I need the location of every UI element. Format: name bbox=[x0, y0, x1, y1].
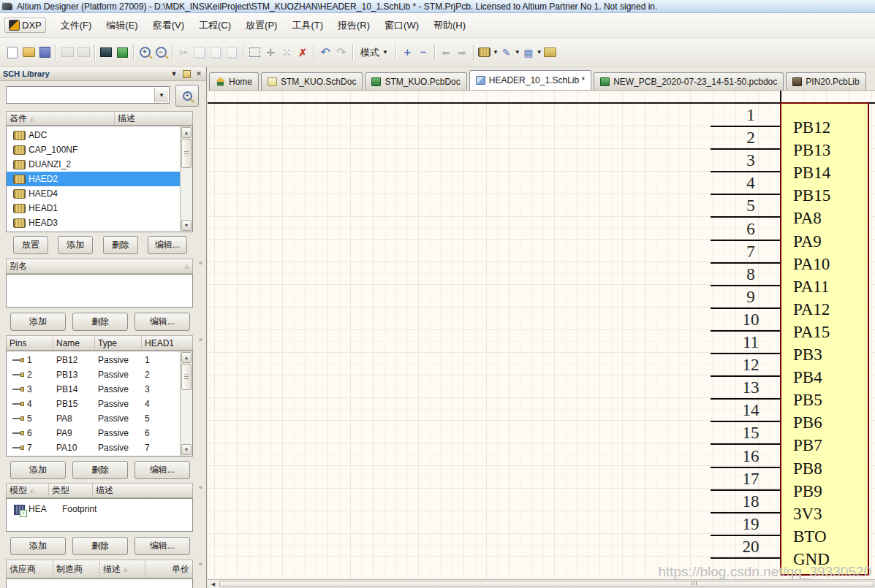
ic-tools-icon[interactable] bbox=[477, 45, 492, 60]
schematic-canvas[interactable]: 1PB122PB133PB144PB155PA86PA97PA108PA119P… bbox=[208, 90, 875, 579]
suppliers-header[interactable]: 供应商 制造商 描述 ◭ 单价 bbox=[6, 560, 193, 579]
suppliers-col-manufacturer[interactable]: 制造商 bbox=[53, 560, 100, 578]
undo-icon[interactable]: ↶ bbox=[318, 45, 333, 60]
components-col-desc[interactable]: 描述 bbox=[115, 112, 192, 125]
pin-line[interactable] bbox=[711, 398, 781, 400]
component-item[interactable]: HEAD1 bbox=[7, 201, 192, 215]
models-col-desc[interactable]: 描述 bbox=[93, 484, 192, 497]
menu-item[interactable]: 工程(C) bbox=[192, 17, 238, 34]
search-input[interactable] bbox=[8, 88, 157, 103]
grid-settings-icon[interactable]: ▦ bbox=[521, 45, 536, 60]
suppliers-col-desc[interactable]: 描述 ◭ bbox=[100, 560, 145, 578]
scrollbar-thumb[interactable] bbox=[181, 139, 192, 168]
component-item[interactable]: CAP_100NF bbox=[7, 142, 192, 157]
scroll-up-icon[interactable]: ▲ bbox=[181, 352, 192, 363]
chevron-down-icon[interactable]: ▼ bbox=[537, 49, 542, 56]
pin-row[interactable]: 2PB13Passive2 bbox=[7, 367, 192, 382]
models-collapse-icon[interactable]: « bbox=[196, 484, 205, 491]
tab-header_10_1.schlib-[interactable]: HEADER_10_1.SchLib * bbox=[469, 70, 591, 90]
edit-model-button[interactable]: 编辑... bbox=[135, 537, 190, 555]
pins-col-pins[interactable]: Pins bbox=[7, 336, 53, 350]
alias-col[interactable]: 别名 ◭ bbox=[7, 259, 192, 273]
models-header[interactable]: 模型 ◭ 类型 描述 bbox=[6, 483, 193, 498]
search-button[interactable]: + bbox=[175, 85, 199, 107]
pins-collapse-icon[interactable]: « bbox=[196, 336, 205, 343]
add-pin-button[interactable]: 添加 bbox=[10, 461, 66, 479]
library-folder-icon[interactable] bbox=[543, 45, 558, 60]
print-preview-icon[interactable] bbox=[76, 45, 91, 60]
print-icon[interactable] bbox=[60, 45, 75, 60]
pin-line[interactable] bbox=[711, 467, 781, 468]
pin-line[interactable] bbox=[711, 421, 781, 422]
add-alias-button[interactable]: 添加 bbox=[10, 313, 66, 331]
pin-line[interactable] bbox=[711, 262, 781, 264]
pin-line[interactable] bbox=[711, 240, 781, 241]
new-document-icon[interactable] bbox=[5, 45, 20, 60]
redo-icon[interactable]: ↷ bbox=[334, 45, 349, 60]
drawing-tools-icon[interactable]: ✎ bbox=[499, 45, 514, 60]
horizontal-scrollbar[interactable]: ◀ bbox=[208, 579, 875, 588]
tab-stm_kuo.pcbdoc[interactable]: STM_KUO.PcbDoc bbox=[365, 72, 466, 90]
delete-component-button[interactable]: 删除 bbox=[103, 236, 138, 254]
pins-col-owner[interactable]: HEAD1 bbox=[142, 336, 192, 350]
search-dropdown-icon[interactable]: ▼ bbox=[154, 88, 168, 102]
scroll-left-icon[interactable]: ◀ bbox=[208, 581, 218, 587]
edit-component-button[interactable]: 编辑... bbox=[148, 236, 187, 254]
panel-close-icon[interactable]: ✕ bbox=[194, 69, 204, 79]
pin-line[interactable] bbox=[711, 308, 781, 309]
add-component-button[interactable]: 添加 bbox=[58, 236, 93, 254]
menu-item[interactable]: 报告(R) bbox=[330, 17, 377, 34]
paste-icon[interactable] bbox=[208, 45, 223, 60]
mode-dropdown[interactable]: 模式 ▼ bbox=[356, 45, 393, 61]
edit-pin-button[interactable]: 编辑... bbox=[135, 461, 190, 479]
add-model-button[interactable]: 添加 bbox=[10, 537, 66, 555]
component-item[interactable]: HAED4 bbox=[7, 186, 192, 201]
scrollbar-thumb[interactable] bbox=[219, 581, 874, 587]
clear-filter-icon[interactable]: ✗ bbox=[295, 45, 310, 60]
pin-row[interactable]: 1PB12Passive1 bbox=[7, 353, 192, 367]
pin-row[interactable]: 3PB14Passive3 bbox=[7, 382, 192, 397]
alias-header[interactable]: 别名 ◭ bbox=[6, 259, 193, 274]
panel-header[interactable]: SCH Library ▼ ✕ bbox=[0, 67, 206, 81]
deselect-icon[interactable]: ⁙ bbox=[279, 45, 294, 60]
pin-line[interactable] bbox=[711, 512, 781, 513]
pin-line[interactable] bbox=[711, 557, 781, 559]
add-part-icon[interactable]: ＋ bbox=[400, 45, 414, 60]
component-item[interactable]: ADC bbox=[7, 128, 192, 142]
menu-item[interactable]: 文件(F) bbox=[53, 17, 99, 34]
component-item[interactable]: DUANZI_2 bbox=[7, 157, 192, 172]
scrollbar-thumb[interactable] bbox=[181, 364, 192, 390]
pin-line[interactable] bbox=[711, 489, 781, 491]
pin-row[interactable]: 5PA8Passive5 bbox=[7, 411, 192, 426]
menu-item[interactable]: 工具(T) bbox=[284, 17, 330, 34]
scroll-down-icon[interactable]: ▼ bbox=[181, 444, 192, 455]
pin-row[interactable]: 7PA10Passive7 bbox=[7, 440, 192, 455]
tab-stm_kuo.schdoc[interactable]: STM_KUO.SchDoc bbox=[261, 72, 363, 90]
model-row[interactable]: HEA Footprint bbox=[7, 501, 192, 517]
pins-col-name[interactable]: Name bbox=[53, 336, 95, 350]
pin-line[interactable] bbox=[711, 216, 781, 218]
remove-part-icon[interactable]: － bbox=[416, 45, 431, 60]
move-selection-icon[interactable]: ✛ bbox=[263, 45, 278, 60]
tab-home[interactable]: Home bbox=[209, 72, 259, 90]
suppliers-col-supplier[interactable]: 供应商 bbox=[7, 560, 53, 578]
pin-line[interactable] bbox=[711, 285, 781, 286]
edit-alias-button[interactable]: 编辑... bbox=[135, 313, 190, 331]
pin-line[interactable] bbox=[711, 194, 781, 195]
suppliers-col-price[interactable]: 单价 bbox=[145, 560, 192, 578]
delete-model-button[interactable]: 删除 bbox=[72, 537, 128, 555]
components-col-device[interactable]: 器件 ◭ bbox=[7, 112, 115, 125]
open-document-icon[interactable] bbox=[21, 45, 36, 60]
zoom-in-icon[interactable]: + bbox=[137, 45, 152, 60]
scroll-down-icon[interactable]: ▼ bbox=[181, 220, 192, 231]
pin-line[interactable] bbox=[711, 353, 781, 354]
open-pcb-release-view-icon[interactable] bbox=[115, 45, 129, 60]
alias-list[interactable] bbox=[6, 274, 193, 308]
select-area-icon[interactable] bbox=[247, 45, 262, 60]
menu-item[interactable]: 窗口(W) bbox=[377, 17, 426, 34]
menu-item[interactable]: 帮助(H) bbox=[426, 17, 473, 34]
search-combobox[interactable]: ▼ bbox=[6, 86, 170, 104]
copy-icon[interactable] bbox=[192, 45, 207, 60]
pins-header[interactable]: Pins Name Type HEAD1 bbox=[6, 335, 193, 351]
save-icon[interactable] bbox=[37, 45, 52, 60]
